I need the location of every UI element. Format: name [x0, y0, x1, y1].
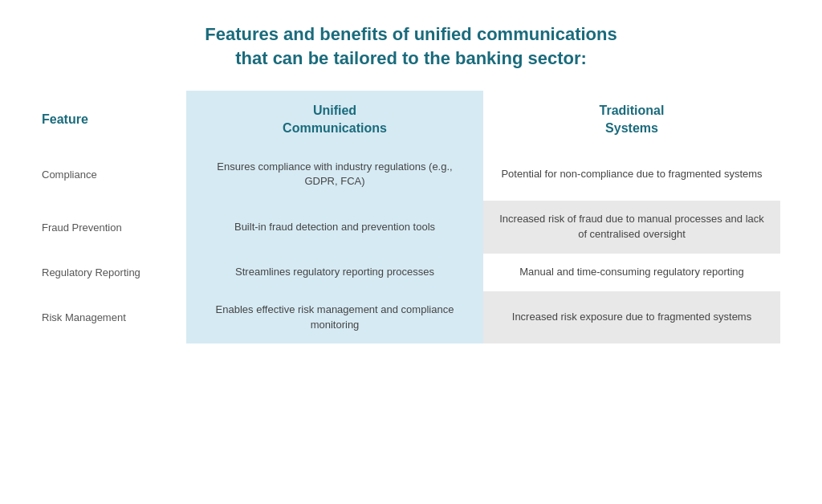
page-title: Features and benefits of unified communi… [205, 22, 616, 70]
table-header: Feature UnifiedCommunications Traditiona… [42, 91, 780, 148]
cell-unified-risk: Enables effective risk management and co… [186, 291, 483, 344]
page-container: Features and benefits of unified communi… [0, 0, 822, 504]
table-body: Compliance Ensures compliance with indus… [42, 148, 780, 344]
cell-unified-reporting: Streamlines regulatory reporting process… [186, 254, 483, 291]
table-row: Regulatory Reporting Streamlines regulat… [42, 254, 780, 291]
header-unified-communications: UnifiedCommunications [186, 91, 483, 148]
cell-traditional-reporting: Manual and time-consuming regulatory rep… [483, 254, 780, 291]
table-row: Fraud Prevention Built-in fraud detectio… [42, 201, 780, 254]
cell-feature-compliance: Compliance [42, 148, 186, 201]
cell-unified-fraud: Built-in fraud detection and prevention … [186, 201, 483, 254]
header-feature: Feature [42, 91, 186, 148]
cell-feature-reporting: Regulatory Reporting [42, 254, 186, 291]
cell-feature-risk: Risk Management [42, 291, 186, 344]
cell-traditional-compliance: Potential for non-compliance due to frag… [483, 148, 780, 201]
cell-feature-fraud: Fraud Prevention [42, 201, 186, 254]
cell-unified-compliance: Ensures compliance with industry regulat… [186, 148, 483, 201]
cell-traditional-risk: Increased risk exposure due to fragmente… [483, 291, 780, 344]
table-row: Compliance Ensures compliance with indus… [42, 148, 780, 201]
comparison-table: Feature UnifiedCommunications Traditiona… [42, 91, 780, 343]
header-traditional-systems: TraditionalSystems [483, 91, 780, 148]
cell-traditional-fraud: Increased risk of fraud due to manual pr… [483, 201, 780, 254]
table-row: Risk Management Enables effective risk m… [42, 291, 780, 344]
